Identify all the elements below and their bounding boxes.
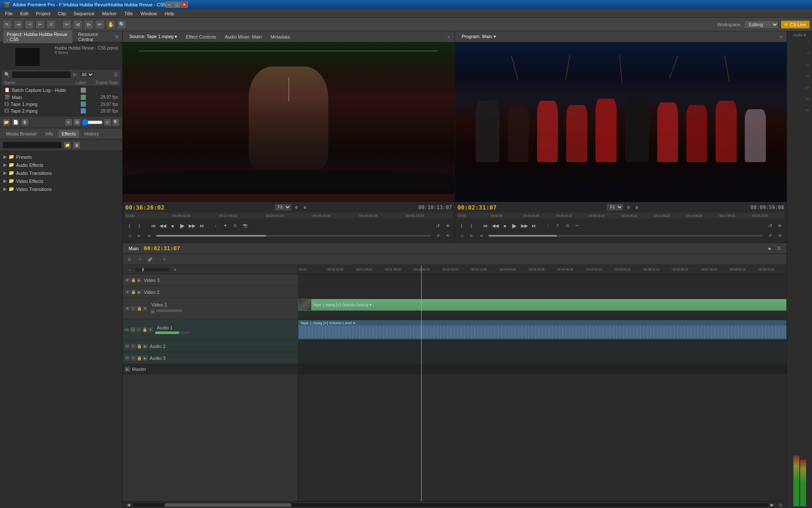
program-tab[interactable]: Program: Main ▾ — [458, 33, 499, 41]
prog-play-btn[interactable]: ▶ — [510, 221, 519, 230]
effects-new-folder-button[interactable]: 📁 — [63, 141, 71, 149]
source-insert-btn[interactable]: ↓ — [211, 221, 220, 230]
menu-title[interactable]: Title — [121, 10, 136, 17]
table-row[interactable]: 🎬 Main 29.97 fps — [2, 94, 121, 101]
panel-menu-icon[interactable]: ☰ — [114, 72, 118, 77]
track-solo-a2[interactable]: S — [130, 343, 136, 349]
folder-audio-effects[interactable]: ▶ 📁 Audio Effects — [0, 161, 122, 169]
tab-history[interactable]: History — [81, 130, 102, 138]
source-step-fwd-btn[interactable]: ⏭ — [198, 221, 206, 230]
source-mark-out-btn[interactable]: } — [135, 221, 143, 230]
prog-safe-btn[interactable]: ⊕ — [776, 221, 784, 230]
track-visibility-v3[interactable]: 👁 — [124, 277, 130, 283]
cs-live-button[interactable]: CS Live — [781, 21, 809, 28]
source-settings-btn[interactable]: ⚙ — [293, 204, 300, 211]
source-loop-btn[interactable]: ↺ — [434, 221, 442, 230]
effects-delete-button[interactable]: 🗑 — [73, 141, 80, 149]
source-tab-active[interactable]: Source: Tape 1.mpeg ▾ — [126, 33, 181, 41]
source-safe-zones-btn[interactable]: ⊕ — [302, 204, 308, 211]
src-go-in-btn[interactable]: ⊳ — [135, 232, 143, 240]
track-lock-v2[interactable]: 🔒 — [130, 289, 136, 295]
tool-rolling[interactable]: ⊢ — [36, 20, 45, 29]
src-go-out-btn[interactable]: ⊲ — [145, 232, 153, 240]
source-play-btn[interactable]: ▶ — [178, 221, 187, 230]
tool-pen[interactable]: ✏ — [95, 20, 104, 29]
tl-zoom-out-btn[interactable]: - — [125, 265, 134, 274]
track-expand-a2[interactable]: ▶ — [142, 343, 148, 349]
delete-button[interactable]: 🗑 — [21, 119, 29, 126]
source-ruler[interactable]: 00:00 00:08:32;16 00:17:05;02 00:25:37;1… — [125, 213, 452, 218]
source-tab-metadata[interactable]: Metadata — [267, 33, 293, 41]
track-lock-v1[interactable]: 🔒 — [136, 306, 142, 312]
source-camera-btn[interactable]: 📷 — [241, 221, 249, 230]
prog-stop-btn[interactable]: ■ — [501, 221, 509, 230]
track-visibility-v2[interactable]: 👁 — [124, 289, 130, 295]
source-export-btn[interactable]: ⊡ — [231, 221, 239, 230]
folder-presets[interactable]: ▶ 📁 Presets — [0, 153, 122, 161]
track-expand-a3[interactable]: ▶ — [142, 355, 148, 361]
tool-track-select[interactable]: ⇥ — [14, 20, 23, 29]
program-safe-zones-btn[interactable]: ⊕ — [634, 204, 640, 211]
automate-button[interactable]: ⊙ — [104, 119, 111, 126]
timeline-settings-btn[interactable]: ☰ — [775, 244, 783, 253]
tab-resource-central[interactable]: Resource Central — [75, 30, 112, 43]
clip-video1[interactable]: Tape 1.mpeg [V] Opacity:Opacity ▾ — [298, 299, 787, 311]
timeline-hscroll-track[interactable] — [133, 503, 768, 507]
source-ffwd-btn[interactable]: ▶▶ — [188, 221, 196, 230]
folder-video-transitions[interactable]: ▶ 📁 Video Transitions — [0, 185, 122, 193]
table-row[interactable]: 🎞 Tape 1.mpeg 29.97 fps — [2, 101, 121, 108]
new-bin-button[interactable]: 📂 — [3, 119, 10, 126]
new-item-button[interactable]: 📄 — [12, 119, 19, 126]
tab-effects[interactable]: Effects — [58, 130, 79, 138]
track-lock-a2[interactable]: 🔒 — [136, 343, 142, 349]
close-button[interactable]: ✕ — [181, 2, 188, 8]
source-tab-audio-mixer[interactable]: Audio Mixer: Main — [221, 33, 265, 41]
track-expand-v3[interactable]: ▶ — [136, 277, 142, 283]
prog-mark-out-btn[interactable]: } — [467, 221, 476, 230]
prog-go-in-btn[interactable]: ⊳ — [467, 232, 476, 240]
clip-audio1[interactable]: Tape 1.mpeg [A] Volume:Level ▾ — [298, 320, 787, 340]
timeline-hscroll-thumb[interactable] — [165, 503, 291, 507]
source-safe-btn[interactable]: ⊕ — [444, 221, 452, 230]
source-step-back-btn[interactable]: ⏮ — [149, 221, 157, 230]
source-overwrite-btn[interactable]: ▼ — [221, 221, 230, 230]
program-fit-selector[interactable]: Fit — [606, 204, 623, 211]
tool-hand[interactable]: ✋ — [106, 20, 115, 29]
table-row[interactable]: 🎞 Tape 2.mpeg 29.97 fps — [2, 108, 121, 114]
track-expand-a1[interactable]: ▼ — [148, 327, 154, 333]
prog-extract-btn[interactable]: ⇑ — [554, 221, 562, 230]
track-solo-a1[interactable]: S — [136, 327, 142, 333]
prog-trim-btn[interactable]: ✂ — [573, 221, 582, 230]
src-mark-clip-btn[interactable]: ◁ — [125, 232, 134, 240]
folder-audio-transitions[interactable]: ▶ 📁 Audio Transitions — [0, 169, 122, 177]
track-sync-v1[interactable]: S — [130, 306, 136, 312]
track-lock-a1[interactable]: 🔒 — [142, 327, 148, 333]
track-mute-v1[interactable]: M — [150, 309, 156, 315]
icon-view-button[interactable]: ⊞ — [73, 119, 81, 126]
prog-step-fwd-btn[interactable]: ⏭ — [530, 221, 538, 230]
timeline-tab-main[interactable]: Main — [126, 245, 141, 252]
menu-marker[interactable]: Marker — [99, 10, 120, 17]
src-shuttle-btn[interactable]: ⟲ — [444, 232, 452, 240]
source-monitor-close[interactable]: ▼ — [447, 34, 451, 39]
source-rewind-btn[interactable]: ◀◀ — [159, 221, 167, 230]
track-mute-a2[interactable]: M — [124, 343, 130, 349]
prog-rewind-btn[interactable]: ◀◀ — [491, 221, 499, 230]
prog-loop2-btn[interactable]: ↺ — [766, 232, 774, 240]
prog-step-back-btn[interactable]: ⏮ — [481, 221, 490, 230]
track-mute-a1[interactable]: M — [130, 327, 136, 333]
tl-nest-btn[interactable]: ⊡ — [125, 255, 134, 264]
timeline-zoom-slider[interactable] — [135, 268, 169, 271]
tl-scroll-left[interactable]: ◀ — [124, 501, 133, 508]
source-fit-selector[interactable]: Fit — [274, 204, 291, 211]
workspace-dropdown[interactable]: Editing — [744, 20, 779, 29]
program-jog-bar[interactable] — [488, 235, 763, 237]
src-loop2-btn[interactable]: ↺ — [434, 232, 442, 240]
prog-loop-btn[interactable]: ↺ — [766, 221, 774, 230]
track-expand-v2[interactable]: ▶ — [136, 289, 142, 295]
menu-help[interactable]: Help — [161, 10, 178, 17]
track-expand-v1[interactable]: ▼ — [142, 306, 148, 312]
menu-clip[interactable]: Clip — [55, 10, 69, 17]
menu-window[interactable]: Window — [137, 10, 160, 17]
track-lock-a3[interactable]: 🔒 — [136, 355, 142, 361]
